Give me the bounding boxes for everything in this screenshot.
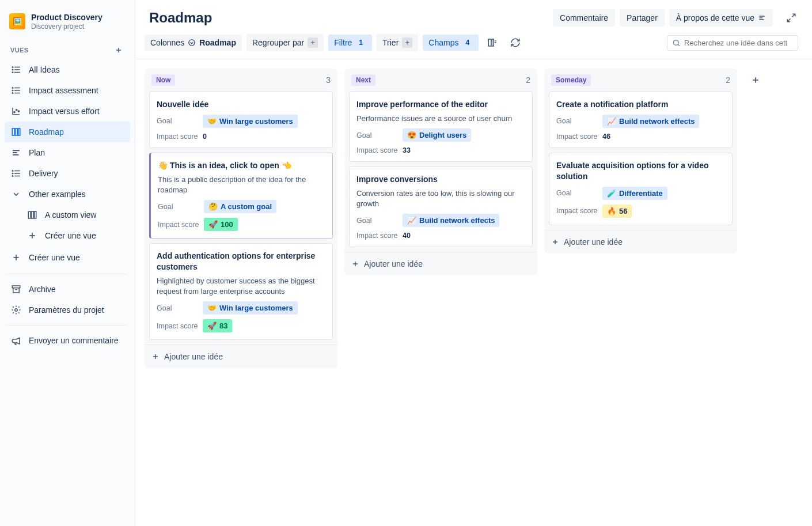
add-view-icon-button[interactable]: [113, 44, 124, 56]
megaphone-icon: [10, 335, 22, 346]
create-view-button[interactable]: Créer une vue: [5, 246, 130, 269]
card-field-row: Impact score0: [157, 133, 325, 141]
comment-button[interactable]: Commentaire: [553, 9, 615, 27]
sidebar-item-impact-assessment[interactable]: Impact assessment: [5, 80, 130, 101]
search-box[interactable]: [667, 35, 798, 51]
nav-list: All IdeasImpact assessmentImpact versus …: [5, 59, 130, 246]
svg-rect-31: [28, 211, 31, 218]
card[interactable]: Nouvelle idéeGoal🤝Win large customersImp…: [149, 92, 333, 148]
plus-icon: +: [308, 37, 318, 48]
fields-chip[interactable]: Champs 4: [423, 35, 479, 51]
sidebar-item-label: Roadmap: [29, 127, 64, 137]
filter-chip[interactable]: Filtre 1: [328, 35, 372, 51]
column-header[interactable]: Now3: [145, 69, 337, 92]
column-header[interactable]: Next2: [344, 69, 537, 92]
card-title: Add authentication options for enterpris…: [157, 251, 325, 273]
sidebar-item-plan[interactable]: Plan: [5, 142, 130, 163]
field-tag: 🔥56: [602, 205, 632, 218]
sort-chip[interactable]: Trier +: [377, 34, 418, 51]
sidebar-item-delivery[interactable]: Delivery: [5, 163, 130, 184]
svg-point-16: [14, 111, 15, 112]
lines-icon: [758, 14, 766, 22]
sidebar-item-roadmap[interactable]: Roadmap: [5, 122, 130, 142]
footer-item-archive[interactable]: Archive: [5, 279, 130, 300]
column-body: Improve performance of the editorPerform…: [344, 92, 537, 252]
add-card-label: Ajouter une idée: [364, 259, 423, 268]
sidebar-item-label: Other examples: [29, 190, 86, 199]
column-count: 3: [326, 75, 331, 85]
footer-item-envoyer-un-commentaire[interactable]: Envoyer un commentaire: [5, 330, 130, 351]
field-tag: 📈Build network effects: [602, 115, 699, 128]
add-card-button[interactable]: Ajouter une idée: [344, 252, 537, 275]
tag-emoji-icon: 🧪: [607, 189, 616, 198]
sidebar-item-label: All Ideas: [29, 65, 60, 74]
footer-item-paramètres-du-projet[interactable]: Paramètres du projet: [5, 300, 130, 320]
svg-point-29: [12, 173, 13, 174]
svg-point-40: [15, 309, 18, 312]
field-tag: 🧪Differentiate: [602, 187, 667, 200]
columns-chip[interactable]: Colonnes Roadmap: [145, 35, 242, 51]
tag-text: Differentiate: [619, 189, 663, 198]
archive-icon: [10, 283, 22, 295]
sidebar-item-all-ideas[interactable]: All Ideas: [5, 59, 130, 80]
card[interactable]: Add authentication options for enterpris…: [149, 243, 333, 340]
tag-text: Build network effects: [419, 216, 495, 225]
add-column-button[interactable]: [744, 69, 767, 92]
project-title: Product Discovery: [31, 13, 103, 22]
card-title: Nouvelle idée: [157, 99, 325, 110]
add-card-button[interactable]: Ajouter une idée: [145, 345, 337, 368]
list-icon: [10, 85, 22, 96]
card-field-row: Goal🤝Win large customers: [157, 301, 325, 315]
card[interactable]: Improve conversionsConversion rates are …: [349, 166, 533, 247]
plus-icon: [26, 230, 38, 241]
sidebar-item-label: Créer une vue: [45, 231, 96, 240]
tag-emoji-icon: 🚀: [208, 220, 218, 229]
card[interactable]: Evaluate acquisition options for a video…: [549, 153, 733, 225]
column-body: Nouvelle idéeGoal🤝Win large customersImp…: [145, 92, 337, 345]
sidebar-item-a-custom-view[interactable]: A custom view: [21, 205, 130, 225]
plus-icon: [351, 259, 359, 268]
card-field-row: Impact score🔥56: [556, 205, 725, 218]
card-description: Performance issues are a source of user …: [356, 113, 525, 124]
column-name-badge: Now: [151, 74, 175, 86]
field-tag: 🤝Win large customers: [203, 115, 298, 128]
svg-point-30: [12, 176, 13, 177]
field-label: Goal: [356, 217, 398, 225]
project-header[interactable]: 🖼️ Product Discovery Discovery project: [5, 9, 130, 39]
card-title: 👋 This is an idea, click to open 👈: [158, 160, 325, 171]
plus-icon: [10, 252, 22, 263]
card-field-row: Goal😍Delight users: [356, 128, 525, 142]
card-field-row: Goal📈Build network effects: [356, 214, 525, 227]
project-icon: 🖼️: [9, 13, 25, 29]
plus-icon: [151, 352, 160, 361]
sidebar-item-label: Plan: [29, 148, 45, 157]
search-input[interactable]: [684, 39, 793, 47]
tag-emoji-icon: 📈: [407, 216, 416, 225]
card[interactable]: Improve performance of the editorPerform…: [349, 92, 533, 162]
share-button[interactable]: Partager: [620, 9, 665, 27]
card-field-row: Impact score🚀83: [157, 319, 325, 332]
views-section-label: VUES: [5, 39, 130, 59]
svg-rect-38: [12, 286, 20, 288]
list-icon: [10, 168, 22, 179]
chart-icon: [10, 105, 22, 117]
sidebar-item-créer-une-vue[interactable]: Créer une vue: [21, 225, 130, 246]
tag-emoji-icon: 🤔: [208, 202, 218, 211]
column-name-badge: Someday: [551, 74, 591, 86]
board-icon: [10, 126, 22, 138]
column-header[interactable]: Someday2: [544, 69, 737, 92]
footer-item-label: Paramètres du projet: [29, 305, 104, 315]
sidebar: 🖼️ Product Discovery Discovery project V…: [0, 0, 135, 526]
sidebar-item-impact-versus-effort[interactable]: Impact versus effort: [5, 101, 130, 122]
sidebar-item-other-examples[interactable]: Other examples: [5, 184, 130, 205]
add-card-button[interactable]: Ajouter une idée: [544, 230, 737, 253]
card[interactable]: 👋 This is an idea, click to open 👈This i…: [149, 153, 333, 239]
layout-settings-icon-button[interactable]: [483, 33, 502, 52]
card[interactable]: Create a notification platformGoal📈Build…: [549, 92, 733, 148]
refresh-icon-button[interactable]: [506, 33, 525, 52]
expand-icon-button[interactable]: [784, 11, 798, 25]
field-label: Goal: [556, 189, 598, 197]
field-tag: 🤝Win large customers: [203, 301, 298, 315]
about-view-button[interactable]: À propos de cette vue: [669, 9, 773, 27]
group-by-chip[interactable]: Regrouper par +: [246, 34, 324, 51]
